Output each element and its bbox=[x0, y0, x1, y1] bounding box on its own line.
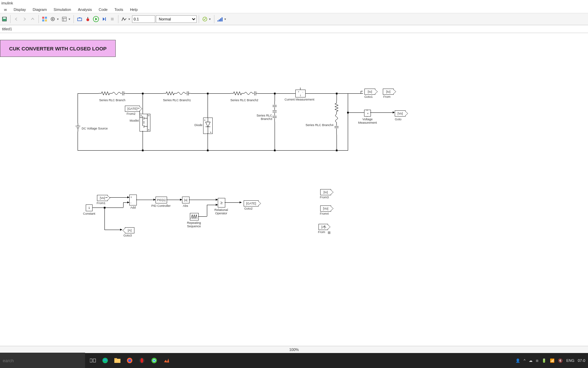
cloud-icon[interactable]: ☁ bbox=[529, 358, 533, 363]
explorer-icon[interactable] bbox=[114, 357, 121, 364]
chevron-down-icon[interactable]: ▼ bbox=[56, 18, 59, 21]
separator bbox=[38, 15, 39, 23]
label-goto1: Goto1 bbox=[363, 95, 374, 98]
label-voltage-meas: Voltage Measurement bbox=[354, 118, 381, 124]
menu-view[interactable]: w bbox=[1, 7, 10, 12]
taskbar-search[interactable] bbox=[0, 353, 85, 368]
block-diode[interactable]: ak bbox=[203, 118, 213, 134]
block-pid[interactable]: PID(s) bbox=[156, 197, 167, 203]
block-repeating-sequence[interactable] bbox=[190, 213, 199, 220]
schedule-button[interactable] bbox=[216, 15, 224, 23]
stop-button[interactable] bbox=[109, 15, 116, 23]
opera-icon[interactable] bbox=[138, 357, 146, 364]
chrome-icon[interactable] bbox=[150, 357, 158, 364]
sound-icon[interactable]: 🔇 bbox=[558, 358, 563, 363]
checkmark-button[interactable] bbox=[201, 15, 209, 23]
block-from1[interactable]: [Vo] bbox=[97, 195, 108, 201]
block-relational-operator[interactable]: ≥ bbox=[218, 198, 225, 208]
simulation-mode-select[interactable]: Normal bbox=[156, 15, 197, 23]
menu-analysis[interactable]: Analysis bbox=[75, 7, 95, 12]
save-button[interactable] bbox=[1, 15, 8, 23]
battery-icon[interactable]: 🔋 bbox=[542, 358, 546, 363]
svg-text:a: a bbox=[204, 119, 206, 121]
menu-help[interactable]: Help bbox=[127, 7, 141, 12]
label-pid: PID Controller bbox=[150, 204, 172, 208]
back-button[interactable] bbox=[13, 15, 20, 23]
menubar: w Display Diagram Simulation Analysis Co… bbox=[0, 6, 588, 13]
build-button[interactable] bbox=[84, 15, 92, 23]
svg-rect-4 bbox=[42, 19, 44, 21]
block-abs[interactable]: |u| bbox=[182, 197, 190, 203]
label-from5: From bbox=[316, 230, 327, 234]
block-series-rlc-branch3[interactable] bbox=[272, 101, 277, 122]
block-series-rlc-branch[interactable] bbox=[99, 91, 126, 96]
block-dc-voltage-source[interactable] bbox=[76, 123, 80, 132]
edge-icon[interactable] bbox=[101, 357, 109, 364]
separator bbox=[199, 15, 199, 23]
svg-rect-15 bbox=[105, 17, 106, 21]
breadcrumb[interactable]: titled1 bbox=[0, 25, 588, 33]
label-mosfet: Mosfet bbox=[128, 119, 139, 122]
model-explorer-button[interactable] bbox=[61, 15, 68, 23]
zoom-level: 100% bbox=[289, 348, 299, 352]
lang-indicator[interactable]: ENG bbox=[566, 358, 574, 363]
people-icon[interactable]: 👤 bbox=[516, 358, 520, 363]
block-series-rlc-branch1[interactable] bbox=[163, 91, 191, 96]
block-from3[interactable]: [Io] bbox=[320, 189, 331, 195]
block-series-rlc-branch2[interactable] bbox=[231, 91, 258, 96]
block-series-rlc-branch4[interactable] bbox=[334, 101, 339, 135]
matlab-icon[interactable] bbox=[163, 357, 170, 364]
chevron-down-icon[interactable]: ▼ bbox=[209, 18, 211, 21]
block-from2[interactable]: [GATE] bbox=[125, 106, 140, 112]
model-config-button[interactable] bbox=[49, 15, 56, 23]
block-goto2[interactable]: [GATE] bbox=[244, 200, 259, 206]
block-goto3[interactable]: [A] bbox=[125, 227, 134, 233]
signal-button[interactable] bbox=[120, 15, 128, 23]
menu-simulation[interactable]: Simulation bbox=[50, 7, 75, 12]
separator bbox=[118, 15, 118, 23]
chevron-down-icon[interactable]: ▼ bbox=[224, 18, 227, 21]
block-goto[interactable]: [Vo] bbox=[395, 110, 406, 117]
label-constant: Constant bbox=[82, 212, 97, 215]
svg-rect-5 bbox=[45, 19, 47, 21]
system-tray: 👤 ^ ☁ ⧈ 🔋 📶 🔇 ENG 07-0 bbox=[516, 358, 588, 363]
wifi-icon[interactable]: 📶 bbox=[550, 358, 555, 363]
library-browser-button[interactable] bbox=[41, 15, 48, 23]
canvas[interactable]: CUK CONVERTER WITH CLOSED LOOP Series RL… bbox=[0, 33, 588, 353]
dropbox-icon[interactable]: ⧈ bbox=[536, 358, 538, 363]
block-goto1[interactable]: [Io] bbox=[364, 89, 375, 95]
svg-point-73 bbox=[128, 359, 131, 362]
label-from1: From1 bbox=[96, 201, 106, 205]
menu-tools[interactable]: Tools bbox=[111, 7, 127, 12]
stop-time-input[interactable] bbox=[132, 15, 155, 23]
block-add[interactable]: +- bbox=[129, 195, 137, 205]
date-indicator[interactable]: 07-0 bbox=[578, 358, 585, 363]
task-icons bbox=[89, 357, 170, 364]
task-view-icon[interactable] bbox=[89, 357, 97, 364]
block-voltage-measurement[interactable]: + v- bbox=[364, 110, 371, 117]
title-annotation[interactable]: CUK CONVERTER WITH CLOSED LOOP bbox=[0, 40, 116, 57]
run-button[interactable] bbox=[92, 15, 100, 23]
label-rep-seq: Repeating Sequence bbox=[185, 221, 202, 228]
block-from[interactable]: [Io] bbox=[383, 89, 394, 95]
step-forward-button[interactable] bbox=[100, 15, 108, 23]
chevron-down-icon[interactable]: ▼ bbox=[128, 18, 131, 21]
block-current-measurement[interactable]: + -i bbox=[295, 90, 306, 97]
label-dc-source: DC Voltage Source bbox=[82, 127, 112, 130]
firefox-icon[interactable] bbox=[126, 357, 133, 364]
block-constant[interactable]: 1 bbox=[86, 204, 93, 211]
menu-display[interactable]: Display bbox=[10, 7, 29, 12]
svg-rect-2 bbox=[42, 17, 44, 19]
chevron-down-icon[interactable]: ▼ bbox=[68, 18, 71, 21]
menu-code[interactable]: Code bbox=[95, 7, 111, 12]
block-from4[interactable]: [Vo] bbox=[320, 205, 331, 212]
label-from4: From4 bbox=[319, 212, 329, 215]
svg-rect-8 bbox=[62, 17, 66, 21]
label-diode: Diode bbox=[192, 123, 202, 127]
forward-button[interactable] bbox=[21, 15, 28, 23]
tray-up-icon[interactable]: ^ bbox=[524, 358, 525, 363]
block-mosfet[interactable]: gDS bbox=[140, 114, 150, 132]
update-button[interactable] bbox=[76, 15, 83, 23]
menu-diagram[interactable]: Diagram bbox=[29, 7, 50, 12]
up-button[interactable] bbox=[29, 15, 36, 23]
